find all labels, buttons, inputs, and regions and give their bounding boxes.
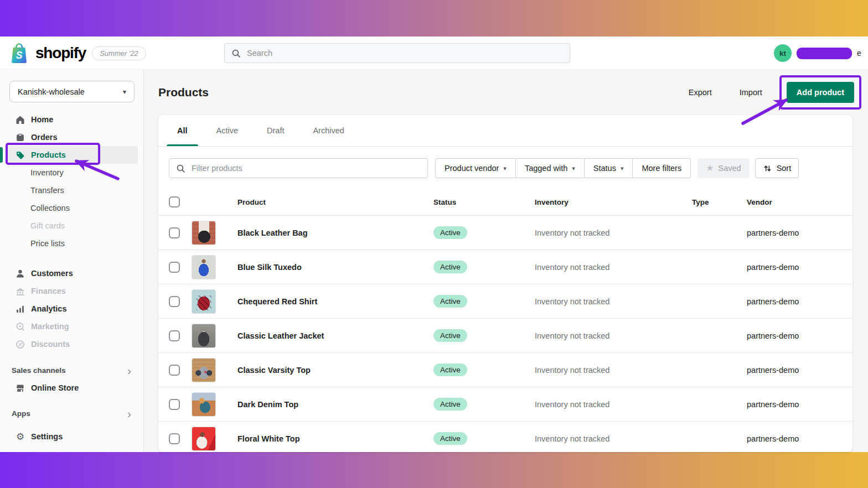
vendor-cell: partners-demo <box>747 229 852 237</box>
product-thumbnail[interactable] <box>192 324 216 348</box>
product-name[interactable]: Chequered Red Shirt <box>237 297 433 306</box>
sidebar-item-discounts[interactable]: Discounts <box>0 335 143 353</box>
shopify-logo[interactable]: S shopify Summer '22 <box>9 41 146 65</box>
avatar[interactable]: kt <box>774 44 792 62</box>
saved-label: Saved <box>719 164 741 173</box>
tab-draft[interactable]: Draft <box>252 115 298 146</box>
row-checkbox[interactable] <box>169 433 180 444</box>
sort-button[interactable]: Sort <box>755 158 799 178</box>
product-thumbnail[interactable] <box>192 392 216 417</box>
row-checkbox[interactable] <box>169 330 180 341</box>
selected-indicator <box>0 147 3 163</box>
status-badge: Active <box>433 398 467 411</box>
table-row[interactable]: Blue Silk Tuxedo Active Inventory not tr… <box>158 250 852 284</box>
inventory-cell: Inventory not tracked <box>535 229 692 237</box>
product-name[interactable]: Dark Denim Top <box>237 400 433 409</box>
caret-down-icon: ▾ <box>572 165 575 172</box>
vendor-cell: partners-demo <box>747 297 852 306</box>
row-checkbox[interactable] <box>169 365 180 376</box>
star-icon: ★ <box>706 164 714 173</box>
product-thumbnail[interactable] <box>192 221 216 245</box>
column-header-status[interactable]: Status <box>433 198 535 206</box>
row-checkbox[interactable] <box>169 399 180 410</box>
inventory-cell: Inventory not tracked <box>535 434 692 443</box>
tagged-with-label: Tagged with <box>525 164 567 173</box>
column-header-type[interactable]: Type <box>692 198 747 206</box>
account-name-suffix: e <box>857 49 861 58</box>
product-thumbnail[interactable] <box>192 255 216 279</box>
apps-header[interactable]: Apps › <box>0 404 143 422</box>
product-name[interactable]: Blue Silk Tuxedo <box>237 263 433 272</box>
select-all-checkbox[interactable] <box>169 196 180 207</box>
tagged-with-filter[interactable]: Tagged with ▾ <box>516 158 585 178</box>
tab-all[interactable]: All <box>163 115 202 146</box>
product-name[interactable]: Classic Leather Jacket <box>237 331 433 340</box>
saved-button[interactable]: ★ Saved <box>698 158 749 178</box>
column-header-inventory[interactable]: Inventory <box>535 198 692 206</box>
sidebar-item-home[interactable]: Home <box>0 111 143 128</box>
status-badge: Active <box>433 364 467 376</box>
product-thumbnail[interactable] <box>192 427 216 451</box>
filter-products-input[interactable] <box>190 163 421 173</box>
shopify-admin-window: S shopify Summer '22 kt e Kanishk-wholes… <box>0 37 868 452</box>
sidebar-item-settings[interactable]: ⚙ Settings <box>0 428 143 445</box>
sidebar-item-finances[interactable]: Finances <box>0 282 143 300</box>
import-button[interactable]: Import <box>736 87 766 97</box>
product-thumbnail[interactable] <box>192 289 216 314</box>
table-row[interactable]: Classic Varsity Top Active Inventory not… <box>158 353 852 387</box>
sidebar-item-inventory[interactable]: Inventory <box>0 164 143 181</box>
sales-channels-header[interactable]: Sales channels › <box>0 361 143 379</box>
global-search[interactable] <box>224 43 570 63</box>
storefront-icon <box>16 383 25 393</box>
sort-arrows-icon <box>763 164 772 173</box>
product-name[interactable]: Classic Varsity Top <box>237 366 433 375</box>
sidebar: Kanishk-wholesale ▾ Home Orders <box>0 70 144 452</box>
store-switcher[interactable]: Kanishk-wholesale ▾ <box>9 81 135 102</box>
sidebar-item-marketing[interactable]: Marketing <box>0 318 143 335</box>
export-button[interactable]: Export <box>685 87 715 97</box>
sidebar-item-gift-cards[interactable]: Gift cards <box>0 217 143 235</box>
sidebar-item-orders[interactable]: Orders <box>0 128 143 146</box>
vendor-cell: partners-demo <box>747 434 852 443</box>
row-checkbox[interactable] <box>169 262 180 273</box>
table-row[interactable]: Classic Leather Jacket Active Inventory … <box>158 319 852 353</box>
row-checkbox[interactable] <box>169 296 180 307</box>
sidebar-nav: Home Orders Products Inventory Transfers… <box>0 111 143 445</box>
sidebar-item-products[interactable]: Products <box>7 146 138 164</box>
sidebar-item-price-lists[interactable]: Price lists <box>0 235 143 252</box>
sidebar-item-online-store[interactable]: Online Store <box>0 379 143 397</box>
table-row[interactable]: Floral White Top Active Inventory not tr… <box>158 422 852 452</box>
account-menu[interactable]: kt e <box>774 44 861 62</box>
inventory-cell: Inventory not tracked <box>535 366 692 375</box>
bank-icon <box>16 287 25 296</box>
header-actions: Export Import Add product <box>685 82 854 103</box>
table-row[interactable]: Black Leather Bag Active Inventory not t… <box>158 216 852 250</box>
table-row[interactable]: Dark Denim Top Active Inventory not trac… <box>158 387 852 422</box>
tab-archived[interactable]: Archived <box>298 115 358 146</box>
sidebar-item-customers[interactable]: Customers <box>0 264 143 282</box>
add-product-button[interactable]: Add product <box>787 82 854 103</box>
more-filters-button[interactable]: More filters <box>633 158 691 178</box>
filter-products-field[interactable] <box>169 158 428 178</box>
sidebar-item-transfers[interactable]: Transfers <box>0 181 143 199</box>
inventory-cell: Inventory not tracked <box>535 263 692 272</box>
column-header-product[interactable]: Product <box>237 198 433 206</box>
apps-label: Apps <box>12 409 30 418</box>
products-table: Product Status Inventory Type Vendor Bla… <box>158 189 852 452</box>
status-filter[interactable]: Status ▾ <box>585 158 633 178</box>
sidebar-item-collections[interactable]: Collections <box>0 199 143 217</box>
caret-down-icon: ▾ <box>621 165 624 172</box>
product-vendor-filter[interactable]: Product vendor ▾ <box>435 158 516 178</box>
column-header-vendor[interactable]: Vendor <box>747 198 852 206</box>
vendor-cell: partners-demo <box>747 400 852 409</box>
product-name[interactable]: Floral White Top <box>237 434 433 443</box>
inventory-cell: Inventory not tracked <box>535 331 692 340</box>
tab-active[interactable]: Active <box>202 115 253 146</box>
product-name[interactable]: Black Leather Bag <box>237 229 433 237</box>
table-row[interactable]: Chequered Red Shirt Active Inventory not… <box>158 284 852 319</box>
search-input[interactable] <box>246 48 563 58</box>
row-checkbox[interactable] <box>169 227 180 238</box>
sidebar-item-analytics[interactable]: Analytics <box>0 300 143 318</box>
product-thumbnail[interactable] <box>192 358 216 382</box>
gear-icon: ⚙ <box>16 432 25 442</box>
